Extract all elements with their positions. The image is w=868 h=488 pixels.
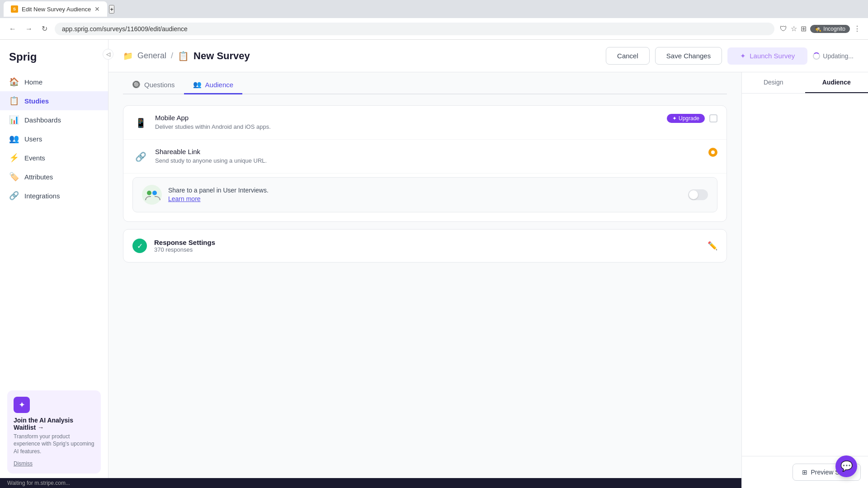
svg-point-2 <box>152 191 157 195</box>
active-tab: S Edit New Survey Audience ✕ <box>4 1 107 17</box>
dashboards-icon: 📊 <box>9 115 19 125</box>
shareable-link-radio[interactable] <box>708 148 717 157</box>
breadcrumb: 📁 General / 📋 New Survey <box>123 50 250 62</box>
updating-label: Updating... <box>823 52 854 60</box>
ai-card-title: Join the AI Analysis Waitlist → <box>14 417 94 431</box>
tab-title: Edit New Survey Audience <box>22 6 91 13</box>
ai-promo-card: ✦ Join the AI Analysis Waitlist → Transf… <box>7 390 101 474</box>
response-info: Response Settings 370 responses <box>154 239 700 253</box>
sidebar-item-users-label: Users <box>24 135 42 143</box>
delivery-options-card: 📱 Mobile App Deliver studies within Andr… <box>123 105 727 222</box>
attributes-icon: 🏷️ <box>9 172 19 182</box>
sidebar: Sprig ◁ 🏠 Home 📋 Studies 📊 Dashboards 👥 … <box>0 40 108 488</box>
sidebar-item-integrations[interactable]: 🔗 Integrations <box>0 186 108 205</box>
studies-icon: 📋 <box>9 96 19 106</box>
launch-icon: ✦ <box>740 52 746 60</box>
sidebar-item-attributes[interactable]: 🏷️ Attributes <box>0 167 108 186</box>
response-desc: 370 responses <box>154 246 700 253</box>
mobile-app-controls: ✦ Upgrade <box>667 114 717 123</box>
address-bar: ← → ↻ 🛡 ☆ ⊞ 🕵 Incognito ⋮ <box>0 18 868 40</box>
forward-button[interactable]: → <box>24 23 34 35</box>
loading-spinner <box>813 52 820 60</box>
user-interviews-panel: Share to a panel in User Interviews. Lea… <box>132 177 717 212</box>
split-screen-icon[interactable]: ⊞ <box>801 24 807 33</box>
incognito-badge: 🕵 Incognito <box>810 25 850 33</box>
incognito-label: Incognito <box>823 26 845 32</box>
main-content: 📁 General / 📋 New Survey Cancel Save Cha… <box>108 40 868 488</box>
questions-tab-label: Questions <box>144 81 175 89</box>
response-edit-button[interactable]: ✏️ <box>708 241 717 251</box>
integrations-icon: 🔗 <box>9 191 19 201</box>
tab-close-button[interactable]: ✕ <box>94 5 100 13</box>
events-icon: ⚡ <box>9 153 19 163</box>
header-actions: Cancel Save Changes ✦ Launch Survey Upda… <box>606 47 854 65</box>
star-icon[interactable]: ☆ <box>791 24 797 33</box>
learn-more-link[interactable]: Learn more <box>168 195 201 202</box>
mobile-app-icon: 📱 <box>132 115 149 131</box>
sidebar-item-dashboards-label: Dashboards <box>24 116 61 124</box>
back-button[interactable]: ← <box>7 23 18 35</box>
breadcrumb-folder-icon: 📁 <box>123 51 133 61</box>
tab-audience[interactable]: 👥 Audience <box>184 76 243 94</box>
home-icon: 🏠 <box>9 77 19 87</box>
panel-content <box>742 94 868 456</box>
sidebar-item-events-label: Events <box>24 154 45 162</box>
sidebar-bottom: ✦ Join the AI Analysis Waitlist → Transf… <box>0 383 108 481</box>
chat-button[interactable]: 💬 <box>835 455 857 477</box>
address-input[interactable] <box>55 23 774 35</box>
questions-tab-icon: 🔘 <box>132 80 141 89</box>
survey-icon: 📋 <box>178 51 189 61</box>
status-bar: Waiting for m.stripe.com... <box>0 478 741 488</box>
upgrade-label: Upgrade <box>679 115 699 122</box>
sidebar-item-studies-label: Studies <box>24 97 49 105</box>
svg-point-1 <box>147 191 151 195</box>
chat-icon: 💬 <box>840 460 853 472</box>
survey-tabs: 🔘 Questions 👥 Audience <box>123 72 727 94</box>
audience-tab-label: Audience <box>205 81 234 89</box>
shareable-link-desc: Send study to anyone using a unique URL. <box>155 157 702 164</box>
mobile-app-option: 📱 Mobile App Deliver studies within Andr… <box>123 106 726 140</box>
user-interviews-toggle[interactable] <box>688 189 708 200</box>
mobile-app-checkbox[interactable] <box>709 114 717 122</box>
sidebar-item-home[interactable]: 🏠 Home <box>0 72 108 91</box>
user-interviews-icon <box>142 185 162 205</box>
sidebar-item-users[interactable]: 👥 Users <box>0 129 108 148</box>
sidebar-item-attributes-label: Attributes <box>24 173 53 181</box>
ai-card-desc: Transform your product experience with S… <box>14 433 94 455</box>
audience-tab-icon: 👥 <box>193 80 202 89</box>
save-changes-button[interactable]: Save Changes <box>655 47 722 65</box>
upgrade-badge[interactable]: ✦ Upgrade <box>667 114 705 123</box>
panel-tab-audience[interactable]: Audience <box>805 72 868 93</box>
sidebar-item-dashboards[interactable]: 📊 Dashboards <box>0 110 108 129</box>
cancel-button[interactable]: Cancel <box>606 47 650 65</box>
incognito-icon: 🕵 <box>815 26 821 32</box>
users-icon: 👥 <box>9 134 19 144</box>
tab-favicon: S <box>11 5 18 13</box>
mobile-app-desc: Deliver studies within Android and iOS a… <box>155 123 660 130</box>
menu-icon[interactable]: ⋮ <box>854 24 861 33</box>
sidebar-collapse-button[interactable]: ◁ <box>103 49 113 60</box>
panel-tab-design[interactable]: Design <box>742 72 805 93</box>
sidebar-item-studies[interactable]: 📋 Studies <box>0 91 108 110</box>
sidebar-item-integrations-label: Integrations <box>24 192 60 200</box>
logo-text: Sprig <box>9 51 37 63</box>
mobile-app-info: Mobile App Deliver studies within Androi… <box>155 114 660 130</box>
shareable-link-info: Shareable Link Send study to anyone usin… <box>155 148 702 164</box>
response-settings-card: ✓ Response Settings 370 responses ✏️ <box>123 229 727 263</box>
shield-icon: 🛡 <box>780 25 787 33</box>
right-panel: Design Audience ⊞ Preview Study <box>741 72 868 488</box>
reload-button[interactable]: ↻ <box>40 23 49 35</box>
new-tab-button[interactable]: + <box>109 5 114 14</box>
mobile-app-title: Mobile App <box>155 114 660 122</box>
shareable-link-option: 🔗 Shareable Link Send study to anyone us… <box>123 140 726 174</box>
app-container: Sprig ◁ 🏠 Home 📋 Studies 📊 Dashboards 👥 … <box>0 0 868 488</box>
breadcrumb-folder-label: General <box>137 51 166 61</box>
browser-chrome: S Edit New Survey Audience ✕ + ← → ↻ 🛡 ☆… <box>0 0 868 40</box>
status-text: Waiting for m.stripe.com... <box>7 480 70 486</box>
ai-card-dismiss-button[interactable]: Dismiss <box>14 460 33 467</box>
launch-survey-button[interactable]: ✦ Launch Survey <box>727 47 807 65</box>
user-interviews-text: Share to a panel in User Interviews. Lea… <box>168 187 682 203</box>
tab-questions[interactable]: 🔘 Questions <box>123 76 184 94</box>
sidebar-item-events[interactable]: ⚡ Events <box>0 148 108 167</box>
shareable-link-title: Shareable Link <box>155 148 702 155</box>
